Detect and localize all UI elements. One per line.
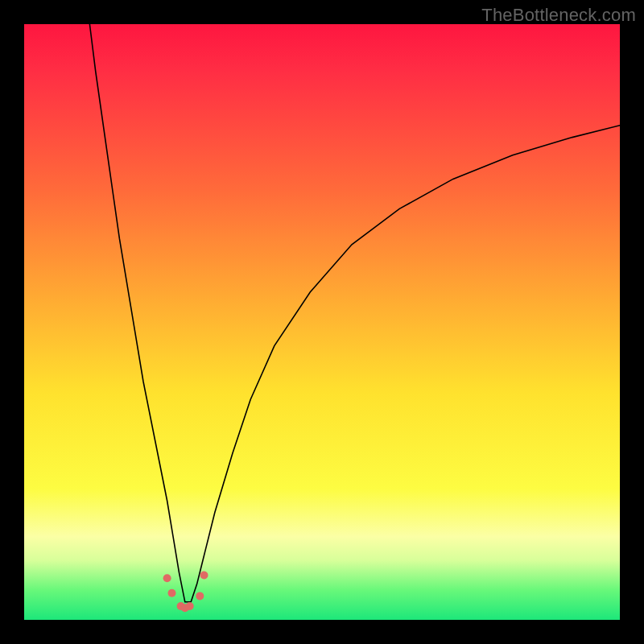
marker-group	[163, 572, 208, 613]
minimum-marker	[163, 574, 171, 582]
curve-layer	[24, 24, 620, 620]
watermark-text: TheBottleneck.com	[481, 5, 636, 26]
bottleneck-curve	[89, 24, 620, 602]
minimum-marker	[186, 602, 194, 610]
minimum-marker	[200, 572, 208, 580]
minimum-marker	[196, 592, 204, 600]
chart-frame: TheBottleneck.com	[0, 0, 644, 644]
plot-area	[24, 24, 620, 620]
minimum-marker	[168, 589, 176, 597]
